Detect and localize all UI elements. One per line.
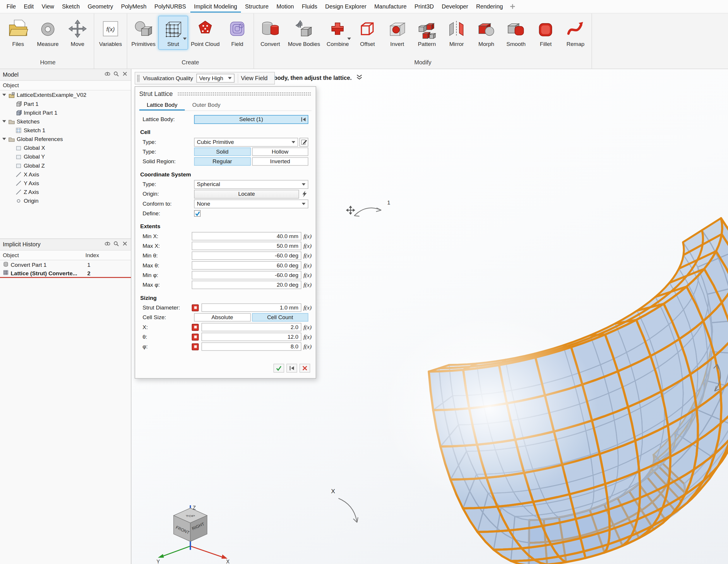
extents-input-min-phi[interactable]: -60.0 deg (192, 271, 301, 280)
tree-item-origin[interactable]: Origin (0, 196, 131, 205)
tab-outer-body[interactable]: Outer Body (185, 100, 228, 111)
tree-item-implicit-part-1[interactable]: Implicit Part 1 (0, 108, 131, 117)
history-row-convert-part-1[interactable]: Convert Part 11 (0, 261, 131, 269)
tree-item-sketches[interactable]: Sketches (0, 117, 131, 126)
tree-item-y-axis[interactable]: Y Axis (0, 179, 131, 188)
menu-geometry[interactable]: Geometry (84, 1, 117, 13)
apply-ok-button[interactable] (273, 364, 284, 373)
expand-caret-icon[interactable] (2, 94, 6, 96)
tool-remap[interactable]: Remap (561, 16, 590, 50)
sizing-driver-toggle-x[interactable] (192, 323, 199, 330)
tool-combine[interactable]: Combine (323, 16, 353, 50)
fx-button-max-phi[interactable]: f(x) (304, 282, 312, 288)
tool-fillet[interactable]: Fillet (531, 16, 561, 50)
fx-button-min-phi[interactable]: f(x) (304, 272, 312, 279)
extents-input-max-x[interactable]: 50.0 mm (192, 242, 301, 250)
strut-diameter-input[interactable]: 1.0 mm (202, 303, 301, 312)
cs-type-dropdown[interactable]: Spherical (194, 180, 308, 189)
extents-input-max-phi[interactable]: 20.0 deg (192, 281, 301, 289)
tree-item-z-axis[interactable]: Z Axis (0, 188, 131, 196)
toolbar-grip-icon[interactable] (137, 75, 140, 82)
fx-button-min-theta[interactable]: f(x) (304, 252, 312, 259)
sizing-input-phi[interactable]: 8.0 (202, 342, 301, 351)
reset-selection-icon[interactable] (300, 116, 306, 124)
search-icon[interactable] (113, 71, 119, 78)
tool-smooth[interactable]: Smooth (501, 16, 531, 50)
menu-structure[interactable]: Structure (241, 1, 272, 13)
solid-region-regular[interactable]: Regular (194, 157, 251, 166)
tool-pattern[interactable]: Pattern (412, 16, 442, 50)
double-chevron-down-icon[interactable] (356, 74, 362, 82)
menu-fluids[interactable]: Fluids (298, 1, 321, 13)
menu-manufacture[interactable]: Manufacture (371, 1, 410, 13)
tool-invert[interactable]: Invert (382, 16, 412, 50)
menu-developer[interactable]: Developer (438, 1, 472, 13)
tool-files[interactable]: Files (3, 16, 33, 50)
close-icon[interactable] (122, 71, 128, 78)
define-checkbox[interactable] (194, 210, 201, 217)
fx-button-min-x[interactable]: f(x) (304, 233, 312, 240)
menu-view[interactable]: View (38, 1, 58, 13)
tree-item-global-z[interactable]: Global Z (0, 161, 131, 170)
tree-item-latticeextentsexample-v02[interactable]: LatticeExtentsExample_V02 (0, 90, 131, 99)
sizing-input-theta[interactable]: 12.0 (202, 332, 301, 341)
tool-variables[interactable]: f(x)Variables (96, 16, 126, 50)
menubar-customize-icon[interactable] (510, 4, 515, 9)
menu-edit[interactable]: Edit (20, 1, 37, 13)
cell-fill-hollow[interactable]: Hollow (252, 148, 308, 156)
visualization-quality-select[interactable]: Very High (196, 74, 234, 83)
menu-file[interactable]: File (3, 1, 20, 13)
view-cube-top-label[interactable]: TOP (186, 514, 195, 517)
dropdown-caret-icon[interactable] (183, 37, 187, 40)
fx-button-strut-diameter[interactable]: f(x) (304, 304, 312, 311)
tab-lattice-body[interactable]: Lattice Body (139, 100, 185, 111)
menu-design-explorer[interactable]: Design Explorer (321, 1, 370, 13)
rotate-handle-top[interactable] (354, 208, 381, 217)
extents-input-min-theta[interactable]: -60.0 deg (192, 252, 301, 260)
menu-motion[interactable]: Motion (273, 1, 298, 13)
expand-caret-icon[interactable] (2, 120, 6, 123)
menu-polynurbs[interactable]: PolyNURBS (151, 1, 190, 13)
extents-input-max-theta[interactable]: 60.0 deg (192, 261, 301, 270)
tool-point-cloud[interactable]: Point Cloud (188, 16, 222, 50)
cell-type-dropdown[interactable]: Cubic Primitive (194, 138, 298, 146)
menu-rendering[interactable]: Rendering (472, 1, 507, 13)
fx-button-max-theta[interactable]: f(x) (304, 262, 312, 269)
fx-button-max-x[interactable]: f(x) (304, 243, 312, 250)
expand-caret-icon[interactable] (2, 138, 6, 140)
close-icon[interactable] (122, 241, 128, 248)
menu-print3d[interactable]: Print3D (411, 1, 437, 13)
history-row-lattice-strut-converte[interactable]: Lattice (Strut) Converte...2 (0, 269, 131, 278)
tool-move-bodies[interactable]: Move Bodies (285, 16, 323, 50)
view-cube[interactable]: TOPFRONTRIGHTXYZ (155, 494, 234, 564)
extents-input-min-x[interactable]: 40.0 mm (192, 232, 301, 241)
reset-button[interactable] (287, 364, 297, 373)
tool-strut[interactable]: Strut (158, 16, 188, 50)
find-icon[interactable] (105, 241, 111, 248)
cell-size-absolute[interactable]: Absolute (194, 313, 251, 322)
search-icon[interactable] (113, 241, 119, 248)
find-icon[interactable] (105, 71, 111, 78)
tree-item-global-references[interactable]: Global References (0, 135, 131, 143)
edit-cell-type-button[interactable] (299, 138, 308, 146)
fx-button-theta[interactable]: f(x) (304, 333, 312, 340)
sizing-driver-toggle-phi[interactable] (192, 343, 199, 350)
tree-item-x-axis[interactable]: X Axis (0, 170, 131, 179)
tool-field[interactable]: Field (222, 16, 252, 50)
solid-region-inverted[interactable]: Inverted (252, 157, 308, 166)
menu-sketch[interactable]: Sketch (58, 1, 83, 13)
tree-item-global-y[interactable]: Global Y (0, 152, 131, 161)
tool-convert[interactable]: Convert (255, 16, 285, 50)
view-field-button[interactable]: View Field (238, 73, 270, 83)
locate-origin-button[interactable]: Locate (194, 190, 299, 198)
menu-polymesh[interactable]: PolyMesh (117, 1, 150, 13)
menu-implicit-modeling[interactable]: Implicit Modeling (190, 1, 241, 13)
rotate-handle-bottom[interactable] (338, 498, 358, 522)
strut-diameter-driver-toggle[interactable] (192, 304, 199, 311)
tool-primitives[interactable]: Primitives (129, 16, 158, 50)
dropdown-caret-icon[interactable] (347, 37, 351, 40)
tool-measure[interactable]: Measure (33, 16, 63, 50)
tool-offset[interactable]: Offset (353, 16, 383, 50)
cancel-button[interactable] (299, 364, 310, 373)
sizing-input-x[interactable]: 2.0 (202, 323, 301, 331)
